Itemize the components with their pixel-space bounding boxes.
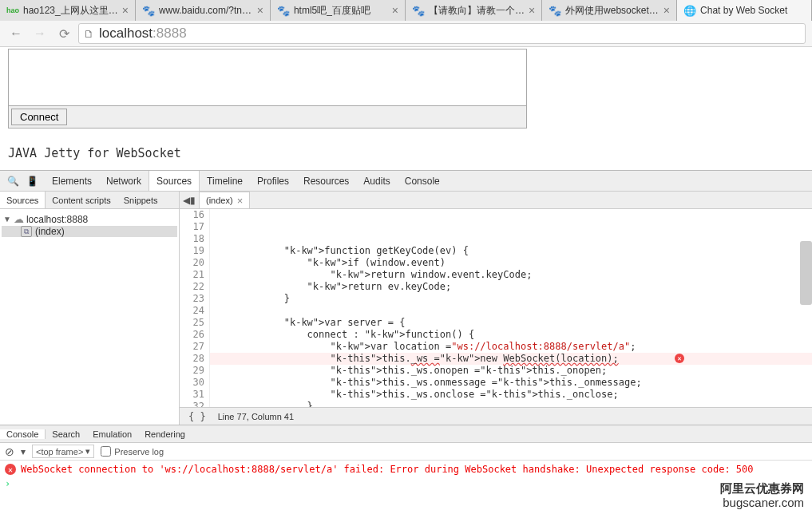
- tab-timeline[interactable]: Timeline: [200, 171, 250, 191]
- favicon-globe: 🌐: [683, 4, 696, 17]
- error-text: WebSocket connection to 'ws://localhost:…: [21, 464, 754, 475]
- browser-tabs-bar: hao hao123_上网从这里… × 🐾 www.baidu.com/?tn……: [0, 0, 812, 21]
- preserve-log-input[interactable]: [101, 446, 111, 457]
- page-icon: 🗋: [84, 28, 94, 40]
- devtools-toolbar: 🔍 📱 Elements Network Sources Timeline Pr…: [0, 171, 812, 192]
- frame-selector[interactable]: <top frame>▾: [32, 445, 94, 458]
- preserve-log-checkbox[interactable]: Preserve log: [101, 446, 164, 457]
- tree-origin[interactable]: ▼ ☁ localhost:8888: [2, 212, 177, 226]
- tab-title: Chat by Web Socket: [700, 5, 805, 16]
- sidebar-tab-snippets[interactable]: Snippets: [117, 192, 164, 208]
- close-icon[interactable]: ×: [257, 5, 263, 16]
- tree-file-index[interactable]: ⧉ (index): [2, 226, 177, 237]
- console-toolbar: ⊘ ▾ <top frame>▾ Preserve log: [0, 443, 812, 461]
- tab-title: html5吧_百度贴吧: [294, 4, 388, 18]
- chevron-right-icon: ›: [5, 478, 10, 489]
- connect-button[interactable]: Connect: [11, 109, 67, 125]
- devtools-main-tabs: Elements Network Sources Timeline Profil…: [45, 171, 447, 191]
- close-icon[interactable]: ×: [122, 5, 129, 16]
- filter-icon[interactable]: ▾: [21, 446, 26, 457]
- page-icon: ⧉: [21, 226, 32, 237]
- console-tab-search[interactable]: Search: [46, 429, 86, 439]
- tab-resources[interactable]: Resources: [296, 171, 356, 191]
- code-editor[interactable]: 1617181920212223242526272829303132 "k-kw…: [180, 209, 812, 407]
- devtools-body: Sources Content scripts Snippets ▼ ☁ loc…: [0, 192, 812, 425]
- source-file-tab[interactable]: (index) ×: [199, 192, 250, 208]
- sidebar-tab-content-scripts[interactable]: Content scripts: [46, 192, 117, 208]
- tab-sources[interactable]: Sources: [149, 171, 200, 191]
- url-bar: ← → ⟳ 🗋 localhost:8888: [0, 21, 812, 47]
- code-content: "k-kw">function getKeyCode(ev) { "k-kw">…: [210, 209, 812, 407]
- tab-title: 外网使用websocket…: [565, 4, 660, 18]
- page-footer-text: JAVA Jetty for WebSocket: [8, 146, 804, 160]
- console-tab-rendering[interactable]: Rendering: [138, 429, 192, 439]
- sidebar-tabs: Sources Content scripts Snippets: [0, 192, 179, 209]
- back-button[interactable]: ←: [6, 24, 26, 43]
- sidebar-tab-sources[interactable]: Sources: [0, 192, 46, 208]
- source-file-tabs: ◀▮ (index) ×: [180, 192, 812, 209]
- file-tab-label: (index): [206, 196, 233, 205]
- tab-title: 【请教向】请教一个…: [429, 4, 525, 18]
- cursor-position: Line 77, Column 41: [218, 412, 294, 421]
- file-tree: ▼ ☁ localhost:8888 ⧉ (index): [0, 209, 179, 240]
- reload-button[interactable]: ⟳: [54, 24, 73, 43]
- browser-tab-active[interactable]: 🌐 Chat by Web Socket: [677, 0, 812, 21]
- origin-label: localhost:8888: [26, 214, 88, 225]
- tab-profiles[interactable]: Profiles: [250, 171, 296, 191]
- browser-tab[interactable]: 🐾 www.baidu.com/?tn… ×: [136, 0, 271, 21]
- line-gutter: 1617181920212223242526272829303132: [180, 209, 210, 407]
- console-tab-emulation[interactable]: Emulation: [86, 429, 138, 439]
- tab-title: hao123_上网从这里…: [23, 4, 118, 18]
- devtools: 🔍 📱 Elements Network Sources Timeline Pr…: [0, 170, 812, 491]
- close-icon[interactable]: ×: [529, 5, 535, 16]
- console-tab-console[interactable]: Console: [0, 429, 46, 439]
- connect-row: Connect: [8, 106, 527, 128]
- console-messages: ✕ WebSocket connection to 'ws://localhos…: [0, 461, 812, 491]
- close-icon[interactable]: ×: [392, 5, 398, 16]
- tab-network[interactable]: Network: [99, 171, 149, 191]
- forward-button[interactable]: →: [30, 24, 50, 43]
- file-label: (index): [35, 226, 65, 237]
- console-error-msg[interactable]: ✕ WebSocket connection to 'ws://localhos…: [0, 462, 812, 476]
- tab-console[interactable]: Console: [398, 171, 447, 191]
- clear-console-icon[interactable]: ⊘: [5, 445, 14, 458]
- favicon-baidu: 🐾: [549, 4, 561, 17]
- browser-tab[interactable]: 🐾 html5吧_百度贴吧 ×: [271, 0, 406, 21]
- scrollbar-thumb[interactable]: [800, 241, 812, 305]
- tab-elements[interactable]: Elements: [45, 171, 99, 191]
- tab-title: www.baidu.com/?tn…: [159, 5, 253, 16]
- sources-sidebar: Sources Content scripts Snippets ▼ ☁ loc…: [0, 192, 180, 425]
- chat-textarea[interactable]: [8, 49, 527, 106]
- error-icon: ✕: [5, 464, 16, 475]
- console-prompt[interactable]: ›: [0, 476, 812, 491]
- close-icon[interactable]: ×: [663, 5, 670, 16]
- browser-tab[interactable]: 🐾 【请教向】请教一个… ×: [406, 0, 542, 21]
- address-bar[interactable]: 🗋 localhost:8888: [78, 23, 806, 44]
- url-text: localhost:8888: [99, 26, 187, 42]
- inspect-icon[interactable]: 🔍: [3, 172, 22, 191]
- error-marker-icon[interactable]: ✕: [675, 354, 684, 363]
- file-nav-icons[interactable]: ◀▮: [183, 195, 196, 206]
- pretty-print-icon[interactable]: { }: [184, 411, 210, 422]
- cloud-icon: ☁: [14, 213, 24, 225]
- tab-audits[interactable]: Audits: [356, 171, 397, 191]
- console-drawer: Console Search Emulation Rendering ⊘ ▾ <…: [0, 425, 812, 491]
- source-panel: ◀▮ (index) × 161718192021222324252627282…: [180, 192, 812, 425]
- browser-tab[interactable]: 🐾 外网使用websocket… ×: [542, 0, 677, 21]
- favicon-baidu: 🐾: [142, 4, 155, 17]
- favicon-baidu: 🐾: [277, 4, 290, 17]
- triangle-down-icon: ▼: [3, 215, 11, 223]
- page-content: Connect JAVA Jetty for WebSocket: [0, 49, 812, 160]
- watermark: 阿里云优惠券网 bugscaner.com: [720, 481, 804, 512]
- browser-tab[interactable]: hao hao123_上网从这里… ×: [0, 0, 136, 21]
- favicon-hao123: hao: [6, 4, 19, 17]
- close-icon[interactable]: ×: [237, 195, 244, 207]
- device-icon[interactable]: 📱: [22, 172, 42, 191]
- console-tabs: Console Search Emulation Rendering: [0, 425, 812, 443]
- source-status-bar: { } Line 77, Column 41: [180, 407, 812, 425]
- favicon-baidu: 🐾: [412, 4, 425, 17]
